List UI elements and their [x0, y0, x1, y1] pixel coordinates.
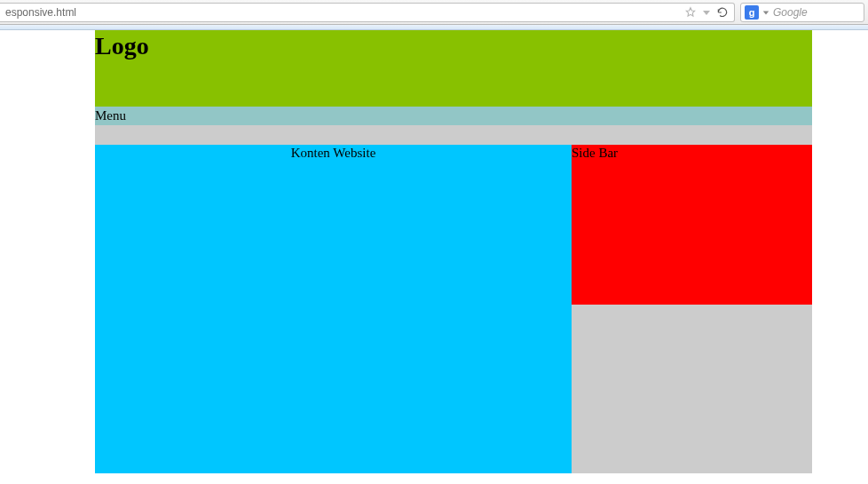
address-bar[interactable]: esponsive.html	[0, 3, 735, 22]
browser-search-box[interactable]: g Google	[740, 3, 864, 22]
nav-label: Menu	[95, 108, 126, 123]
sidebar-title: Side Bar	[572, 146, 618, 160]
search-placeholder: Google	[773, 6, 808, 19]
dropdown-icon[interactable]	[702, 8, 711, 17]
site-nav[interactable]: Menu	[95, 107, 812, 125]
bookmark-star-icon[interactable]	[684, 6, 697, 19]
logo-text: Logo	[95, 32, 812, 60]
main-row: Konten Website Side Bar	[95, 145, 812, 473]
page-viewport: Logo Menu Konten Website Side Bar	[0, 30, 868, 484]
content-title: Konten Website	[291, 146, 376, 160]
browser-toolbar: esponsive.html g Google	[0, 0, 868, 25]
sidebar: Side Bar	[572, 145, 812, 305]
main-content: Konten Website	[95, 145, 572, 473]
layout-gap	[95, 125, 812, 145]
site-header: Logo	[95, 30, 812, 107]
search-engine-icon: g	[745, 5, 759, 20]
search-engine-dropdown-icon[interactable]	[762, 9, 769, 16]
reload-icon[interactable]	[716, 6, 729, 19]
address-bar-text: esponsive.html	[5, 6, 679, 19]
page-container: Logo Menu Konten Website Side Bar	[95, 30, 812, 473]
